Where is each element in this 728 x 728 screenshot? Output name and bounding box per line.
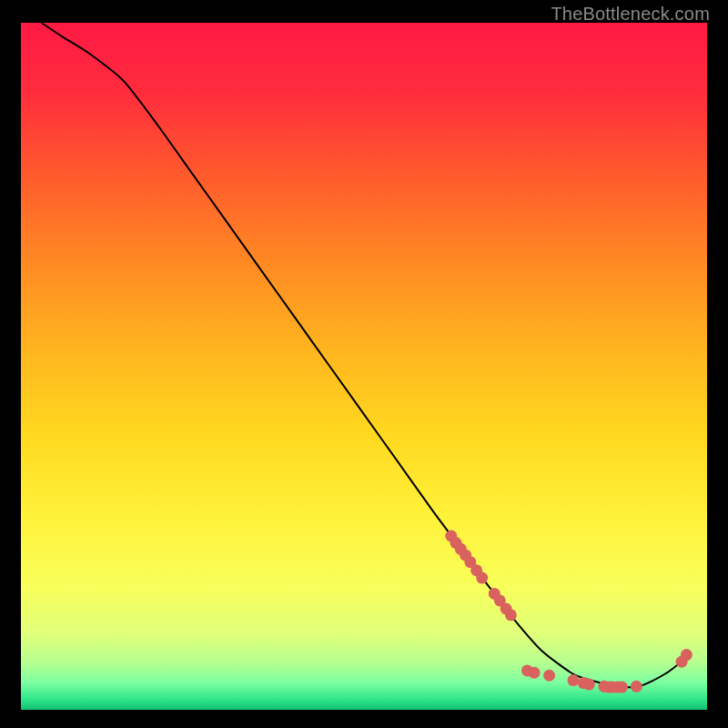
data-marker — [505, 609, 517, 621]
data-marker — [631, 681, 642, 693]
data-marker — [616, 682, 628, 693]
plot-background — [21, 23, 707, 710]
data-marker — [543, 670, 555, 682]
data-marker — [528, 667, 540, 679]
data-marker — [567, 674, 579, 686]
data-marker — [583, 679, 595, 691]
bottleneck-chart — [0, 0, 728, 728]
data-marker — [681, 649, 693, 661]
data-marker — [476, 572, 488, 584]
watermark-label: TheBottleneck.com — [551, 4, 710, 25]
